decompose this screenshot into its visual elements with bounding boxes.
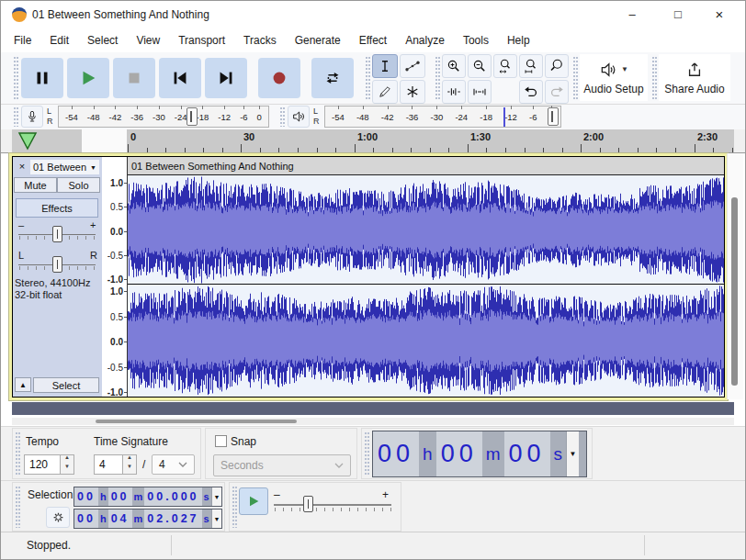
maximize-button[interactable]: □ bbox=[658, 1, 698, 28]
time-signature-upper-input[interactable]: 4 bbox=[94, 454, 123, 475]
record-meter-mic-button[interactable] bbox=[21, 106, 43, 128]
fit-selection-button[interactable] bbox=[493, 54, 517, 78]
draw-tool-button[interactable] bbox=[372, 80, 398, 104]
time-signature-spinner[interactable]: ▲▼ bbox=[123, 454, 137, 475]
recording-meter[interactable]: -54-48-42-36-30-24-18-12-60 bbox=[58, 106, 269, 128]
zoom-in-button[interactable] bbox=[442, 54, 466, 78]
time-digits[interactable]: 02.027 bbox=[144, 510, 201, 528]
envelope-tool-button[interactable] bbox=[400, 54, 425, 78]
share-audio-button[interactable]: Share Audio bbox=[659, 54, 730, 101]
toolbar-grip[interactable] bbox=[366, 57, 370, 99]
effects-button[interactable]: Effects bbox=[16, 198, 98, 218]
selection-start-display[interactable]: 00h00m00.000s▼ bbox=[73, 487, 222, 507]
selection-tool-button[interactable] bbox=[372, 54, 398, 78]
clip-title-bar[interactable]: 01 Between Something And Nothing bbox=[128, 157, 724, 175]
speed-slider-handle[interactable] bbox=[303, 496, 313, 512]
pinned-play-head-button[interactable] bbox=[17, 131, 38, 151]
stop-button[interactable] bbox=[113, 58, 155, 98]
speed-slider-track[interactable] bbox=[274, 504, 391, 506]
audio-setup-button[interactable]: ▼ Audio Setup bbox=[580, 54, 648, 101]
track-name-dropdown[interactable]: 01 Between▼ bbox=[30, 160, 99, 174]
toolbar-grip[interactable] bbox=[232, 487, 237, 528]
time-digits[interactable]: 00 bbox=[74, 487, 98, 506]
toolbar-grip[interactable] bbox=[280, 107, 285, 127]
skip-to-end-button[interactable] bbox=[205, 58, 247, 98]
time-digits[interactable]: 04 bbox=[108, 510, 132, 528]
play-at-speed-button[interactable] bbox=[239, 487, 268, 515]
menu-edit[interactable]: Edit bbox=[40, 28, 78, 52]
close-button[interactable]: × bbox=[699, 1, 740, 28]
chevron-down-icon[interactable]: ▼ bbox=[211, 487, 221, 506]
vertical-scrollbar[interactable] bbox=[727, 153, 743, 399]
waveform-channel-left[interactable] bbox=[128, 176, 724, 284]
toolbar-grip[interactable] bbox=[435, 57, 440, 99]
gain-slider-handle[interactable] bbox=[52, 226, 62, 242]
time-unit[interactable]: h bbox=[98, 487, 108, 506]
menu-generate[interactable]: Generate bbox=[286, 28, 350, 52]
pause-button[interactable] bbox=[21, 58, 63, 98]
menu-view[interactable]: View bbox=[127, 28, 169, 52]
menu-tracks[interactable]: Tracks bbox=[234, 28, 286, 52]
playback-volume-slider-handle[interactable] bbox=[548, 107, 559, 126]
toolbar-grip[interactable] bbox=[652, 57, 657, 99]
toolbar-grip[interactable] bbox=[365, 432, 369, 476]
zoom-out-button[interactable] bbox=[468, 54, 492, 78]
minimize-button[interactable]: – bbox=[612, 1, 652, 28]
menu-select[interactable]: Select bbox=[78, 28, 127, 52]
track-close-button[interactable]: × bbox=[16, 161, 28, 174]
collapse-track-button[interactable]: ▲ bbox=[15, 377, 31, 392]
waveform-channel-right[interactable] bbox=[128, 285, 724, 397]
menu-effect[interactable]: Effect bbox=[350, 28, 396, 52]
menu-file[interactable]: File bbox=[5, 28, 40, 52]
chevron-down-icon[interactable]: ▼ bbox=[566, 431, 579, 476]
horizontal-scrollbar-thumb[interactable] bbox=[96, 420, 297, 423]
recording-volume-slider-handle[interactable] bbox=[186, 107, 198, 126]
menu-analyze[interactable]: Analyze bbox=[396, 28, 454, 52]
time-unit[interactable]: m bbox=[132, 510, 145, 528]
play-button[interactable] bbox=[67, 58, 109, 98]
fit-project-button[interactable] bbox=[519, 54, 543, 78]
snap-mode-select[interactable]: Seconds bbox=[213, 454, 351, 476]
solo-button[interactable]: Solo bbox=[57, 177, 100, 193]
selection-end-display[interactable]: 00h04m02.027s▼ bbox=[73, 509, 222, 529]
time-unit[interactable]: s bbox=[550, 431, 567, 476]
time-digits[interactable]: 00 bbox=[436, 431, 482, 476]
horizontal-scrollbar[interactable] bbox=[12, 418, 734, 425]
playback-meter[interactable]: -54-48-42-36-30-24-18-12-60 bbox=[324, 106, 561, 128]
toolbar-grip[interactable] bbox=[14, 107, 18, 127]
multi-tool-button[interactable] bbox=[400, 80, 425, 104]
time-digits[interactable]: 00.000 bbox=[144, 487, 201, 506]
playback-meter-speaker-button[interactable] bbox=[288, 106, 310, 128]
toolbar-grip[interactable] bbox=[16, 487, 20, 528]
vertical-scale-ruler[interactable]: 1.00.50.0-0.5-1.01.00.50.0-0.5-1.0 bbox=[102, 157, 128, 397]
time-digits[interactable]: 00 bbox=[504, 431, 550, 476]
mute-button[interactable]: Mute bbox=[14, 177, 57, 193]
time-ruler[interactable]: 0301:001:302:002:30 bbox=[127, 129, 734, 152]
time-digits[interactable]: 00 bbox=[373, 431, 419, 476]
undo-button[interactable] bbox=[519, 80, 543, 104]
chevron-down-icon[interactable]: ▼ bbox=[211, 510, 221, 528]
menu-tools[interactable]: Tools bbox=[454, 28, 498, 52]
toolbar-grip[interactable] bbox=[14, 57, 18, 99]
tempo-input[interactable]: 120 bbox=[24, 454, 61, 475]
time-unit[interactable]: m bbox=[482, 431, 504, 476]
time-unit[interactable]: s bbox=[202, 487, 211, 506]
toolbar-grip[interactable] bbox=[16, 432, 20, 476]
record-button[interactable] bbox=[258, 58, 300, 98]
vertical-scrollbar-thumb[interactable] bbox=[731, 197, 738, 386]
time-unit[interactable]: h bbox=[419, 431, 436, 476]
time-digits[interactable]: 00 bbox=[74, 510, 98, 528]
audio-clip[interactable]: 01 Between Something And Nothing bbox=[128, 157, 724, 397]
silence-selection-button[interactable] bbox=[468, 80, 492, 104]
time-digits[interactable]: 00 bbox=[108, 487, 132, 506]
menu-transport[interactable]: Transport bbox=[169, 28, 234, 52]
time-unit[interactable]: h bbox=[98, 510, 108, 528]
time-unit[interactable]: m bbox=[132, 487, 145, 506]
menu-help[interactable]: Help bbox=[498, 28, 539, 52]
loop-button[interactable] bbox=[311, 58, 354, 98]
title-bar[interactable]: 01 Between Something And Nothing – □ × bbox=[1, 1, 745, 28]
track-select-button[interactable]: Select bbox=[33, 377, 99, 393]
tempo-spinner[interactable]: ▲▼ bbox=[61, 454, 74, 475]
pan-slider-handle[interactable] bbox=[52, 256, 62, 273]
snap-checkbox[interactable] bbox=[215, 435, 227, 447]
